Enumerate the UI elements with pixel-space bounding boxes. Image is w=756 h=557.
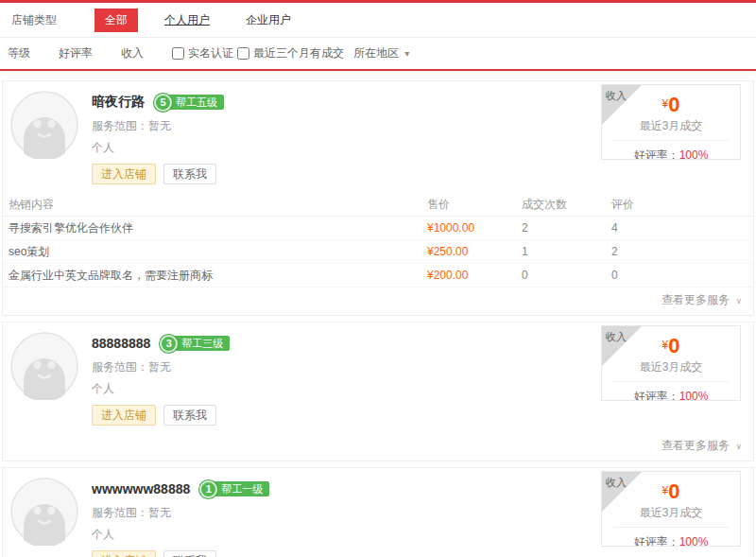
enter-shop-button[interactable]: 进入店铺 (92, 405, 156, 426)
service-price: ¥200.00 (427, 269, 522, 282)
income-ribbon-label: 收入 (606, 476, 627, 490)
rating-label: 好评率： (634, 535, 679, 547)
col-deal-count: 成交次数 (522, 197, 611, 213)
region-dropdown[interactable]: 所在地区 ▾ (353, 45, 409, 61)
avatar (10, 91, 78, 162)
rating-row: 好评率：100% (602, 141, 740, 160)
services-table-header: 热销内容 售价 成交次数 评价 (3, 194, 753, 217)
action-buttons: 进入店铺 联系我 (92, 550, 744, 557)
income-value: 0 (668, 479, 679, 503)
stats-box: 收入 ¥0 最近3月成交 好评率：100% (601, 325, 741, 401)
shop-list: 暗夜行路 5 帮工五级 服务范围：暂无 个人 进入店铺 联系我 收入 ¥0 (0, 71, 756, 557)
service-scope-value: 暂无 (148, 360, 171, 374)
tab-all[interactable]: 全部 (94, 9, 138, 32)
level-badge: 帮工五级 (166, 95, 224, 110)
chevron-down-icon: ∨ (735, 296, 742, 305)
realname-label: 实名认证 (188, 45, 233, 61)
service-review-count: 0 (611, 269, 753, 282)
level-badge: 帮工一级 (212, 481, 269, 496)
more-services-link[interactable]: 查看更多服务 ∨ (3, 287, 753, 315)
contact-me-button[interactable]: 联系我 (163, 550, 216, 557)
shop-card: wwwwww88888 1 帮工一级 服务范围：暂无 个人 进入店铺 联系我 收… (2, 467, 754, 557)
recent-deals-label: 最近三个月有成交 (253, 45, 344, 61)
shop-name[interactable]: wwwwww88888 (92, 481, 190, 496)
shop-card-top: wwwwww88888 1 帮工一级 服务范围：暂无 个人 进入店铺 联系我 收… (3, 468, 753, 557)
service-scope-value: 暂无 (148, 119, 171, 132)
service-row: seo策划¥250.0012 (3, 240, 753, 264)
sort-rating[interactable]: 好评率 (59, 45, 93, 61)
service-scope-value: 暂无 (148, 506, 171, 519)
income-value: 0 (668, 334, 679, 357)
realname-checkbox[interactable] (172, 47, 184, 60)
more-services-label: 查看更多服务 (662, 439, 730, 452)
service-deal-count: 2 (522, 221, 611, 235)
shop-type-tabbar: 店铺类型 全部 个人用户 企业用户 (0, 3, 756, 38)
avatar (10, 332, 78, 403)
contact-me-button[interactable]: 联系我 (163, 405, 216, 426)
services-table: 热销内容 售价 成交次数 评价 寻搜索引擎优化合作伙伴¥1000.0024seo… (3, 194, 753, 287)
tab-personal-users[interactable]: 个人用户 (164, 12, 210, 28)
col-reviews: 评价 (611, 197, 753, 213)
service-row: 金属行业中英文品牌取名，需要注册商标¥200.0000 (3, 264, 753, 287)
region-label: 所在地区 (353, 46, 399, 60)
rating-row: 好评率：100% (602, 382, 740, 401)
income-ribbon-label: 收入 (606, 330, 627, 344)
service-title[interactable]: 寻搜索引擎优化合作伙伴 (9, 220, 427, 236)
service-scope-label: 服务范围： (92, 119, 148, 132)
enter-shop-button[interactable]: 进入店铺 (92, 550, 156, 557)
chevron-down-icon: ∨ (735, 442, 742, 451)
more-services-link[interactable]: 查看更多服务 ∨ (3, 433, 753, 461)
service-review-count: 4 (611, 221, 753, 235)
filter-bar: 等级 好评率 收入 实名认证 最近三个月有成交 所在地区 ▾ (0, 38, 756, 69)
service-price: ¥250.00 (427, 245, 522, 258)
rating-value: 100% (679, 390, 709, 401)
filter-realname[interactable]: 实名认证 (172, 45, 233, 61)
service-price: ¥1000.00 (427, 221, 522, 235)
shop-card: 88888888 3 帮工三级 服务范围：暂无 个人 进入店铺 联系我 收入 ¥… (2, 322, 754, 461)
filter-recent-deals[interactable]: 最近三个月有成交 (237, 45, 344, 61)
level-medal-icon: 3 (160, 335, 178, 353)
shop-card-top: 88888888 3 帮工三级 服务范围：暂无 个人 进入店铺 联系我 收入 ¥… (3, 322, 753, 433)
recent-deals-checkbox[interactable] (237, 47, 249, 60)
service-scope-label: 服务范围： (92, 506, 148, 519)
default-avatar-icon (10, 91, 78, 159)
more-services-label: 查看更多服务 (662, 293, 730, 306)
rating-label: 好评率： (634, 390, 679, 401)
income-ribbon-label: 收入 (606, 89, 627, 103)
level-badge: 帮工三级 (172, 336, 230, 351)
income-value: 0 (668, 93, 679, 116)
services-table-body: 寻搜索引擎优化合作伙伴¥1000.0024seo策划¥250.0012金属行业中… (3, 217, 753, 287)
rating-value: 100% (679, 148, 709, 160)
action-buttons: 进入店铺 联系我 (92, 164, 744, 184)
stats-box: 收入 ¥0 最近3月成交 好评率：100% (601, 471, 741, 547)
shop-name[interactable]: 88888888 (92, 336, 150, 351)
col-hot-content: 热销内容 (9, 197, 427, 213)
service-review-count: 2 (611, 245, 753, 258)
contact-me-button[interactable]: 联系我 (163, 164, 216, 184)
service-title[interactable]: 金属行业中英文品牌取名，需要注册商标 (9, 268, 427, 284)
sort-income[interactable]: 收入 (121, 45, 144, 61)
rating-value: 100% (679, 535, 709, 547)
stats-box: 收入 ¥0 最近3月成交 好评率：100% (601, 84, 741, 160)
avatar (10, 478, 78, 548)
enter-shop-button[interactable]: 进入店铺 (92, 164, 156, 184)
rating-label: 好评率： (634, 148, 679, 160)
default-avatar-icon (10, 332, 78, 400)
shop-card: 暗夜行路 5 帮工五级 服务范围：暂无 个人 进入店铺 联系我 收入 ¥0 (2, 80, 754, 316)
default-avatar-icon (10, 478, 78, 546)
shop-card-top: 暗夜行路 5 帮工五级 服务范围：暂无 个人 进入店铺 联系我 收入 ¥0 (3, 81, 753, 192)
chevron-down-icon: ▾ (404, 48, 409, 59)
sort-level[interactable]: 等级 (8, 45, 30, 61)
service-deal-count: 1 (522, 245, 611, 258)
service-title[interactable]: seo策划 (9, 244, 427, 260)
service-deal-count: 0 (522, 269, 611, 282)
action-buttons: 进入店铺 联系我 (92, 405, 744, 426)
shop-name[interactable]: 暗夜行路 (92, 94, 145, 111)
tab-enterprise-users[interactable]: 企业用户 (246, 12, 291, 28)
level-medal-icon: 5 (154, 94, 172, 112)
service-row: 寻搜索引擎优化合作伙伴¥1000.0024 (3, 217, 753, 240)
col-price: 售价 (427, 197, 522, 213)
rating-row: 好评率：100% (602, 528, 740, 547)
shop-type-label: 店铺类型 (11, 12, 57, 28)
level-medal-icon: 1 (199, 480, 217, 498)
